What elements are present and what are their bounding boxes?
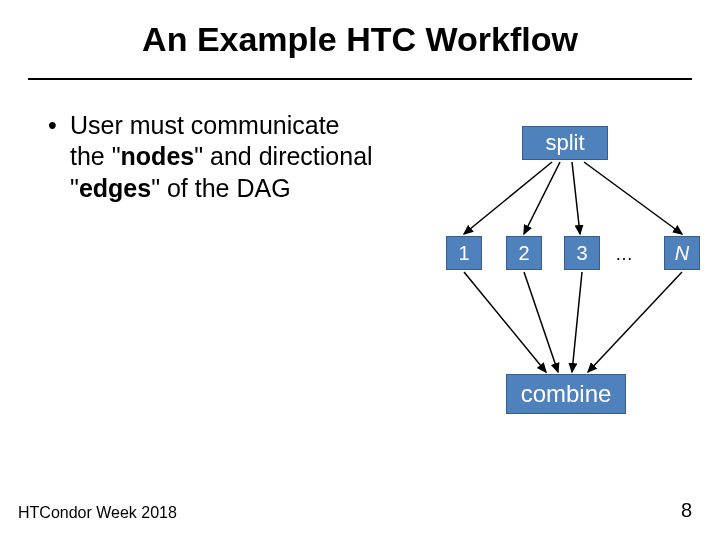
svg-line-7 — [588, 272, 682, 372]
slide: An Example HTC Workflow User must commun… — [0, 0, 720, 540]
bullet-bold-edges: edges — [79, 174, 151, 202]
svg-line-3 — [584, 162, 682, 234]
slide-title: An Example HTC Workflow — [0, 20, 720, 59]
svg-line-4 — [464, 272, 546, 372]
svg-line-2 — [572, 162, 580, 234]
svg-line-6 — [572, 272, 582, 372]
bullet-bold-nodes: nodes — [121, 142, 195, 170]
dag-diagram: split 1 2 3 … N combine — [420, 110, 710, 430]
node-combine: combine — [506, 374, 626, 414]
node-ellipsis: … — [615, 244, 633, 265]
node-n: N — [664, 236, 700, 270]
node-2: 2 — [506, 236, 542, 270]
node-1: 1 — [446, 236, 482, 270]
bullet-list: User must communicate the "nodes" and di… — [48, 110, 378, 204]
title-rule — [28, 78, 692, 80]
svg-line-1 — [524, 162, 560, 234]
svg-line-0 — [464, 162, 552, 234]
bullet-item: User must communicate the "nodes" and di… — [48, 110, 378, 204]
node-split: split — [522, 126, 608, 160]
node-3: 3 — [564, 236, 600, 270]
footer-text: HTCondor Week 2018 — [18, 504, 177, 522]
slide-number: 8 — [681, 499, 692, 522]
svg-line-5 — [524, 272, 558, 372]
bullet-text-post: " of the DAG — [151, 174, 291, 202]
